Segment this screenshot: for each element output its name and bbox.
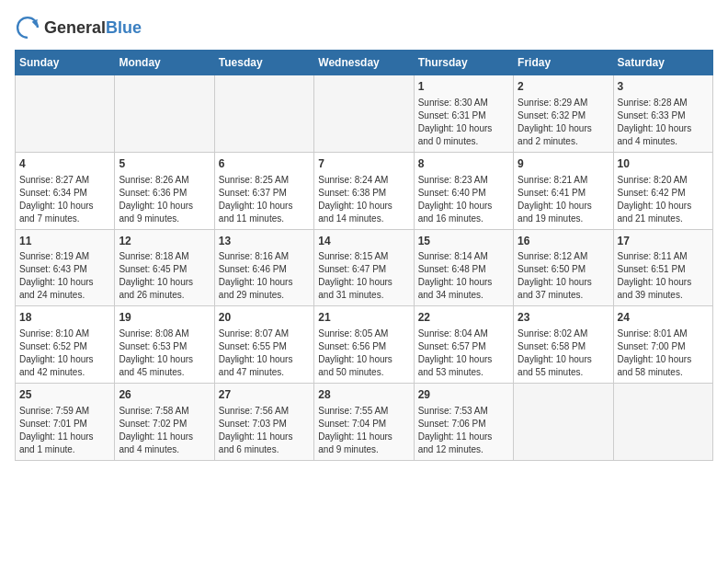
calendar-cell: 27Sunrise: 7:56 AM Sunset: 7:03 PM Dayli… — [214, 384, 313, 461]
calendar-week-row: 25Sunrise: 7:59 AM Sunset: 7:01 PM Dayli… — [16, 384, 713, 461]
day-number: 5 — [119, 156, 210, 172]
day-of-week-header: Thursday — [414, 51, 513, 75]
day-number: 3 — [618, 79, 709, 95]
calendar-cell: 17Sunrise: 8:11 AM Sunset: 6:51 PM Dayli… — [613, 229, 712, 306]
day-number: 9 — [518, 156, 609, 172]
calendar-cell: 13Sunrise: 8:16 AM Sunset: 6:46 PM Dayli… — [214, 229, 313, 306]
day-number: 28 — [318, 387, 409, 403]
day-number: 7 — [318, 156, 409, 172]
day-number: 19 — [119, 310, 210, 326]
day-number: 8 — [418, 156, 509, 172]
calendar-cell: 8Sunrise: 8:23 AM Sunset: 6:40 PM Daylig… — [414, 152, 513, 229]
day-number: 15 — [418, 234, 509, 249]
calendar-week-row: 11Sunrise: 8:19 AM Sunset: 6:43 PM Dayli… — [16, 229, 713, 306]
calendar-cell — [115, 75, 214, 153]
day-info: Sunrise: 8:24 AM Sunset: 6:38 PM Dayligh… — [318, 174, 409, 225]
day-number: 24 — [618, 310, 709, 326]
day-number: 27 — [219, 387, 310, 403]
day-info: Sunrise: 7:56 AM Sunset: 7:03 PM Dayligh… — [219, 405, 310, 456]
day-number: 10 — [618, 156, 709, 172]
day-number: 26 — [119, 387, 210, 403]
calendar-cell: 29Sunrise: 7:53 AM Sunset: 7:06 PM Dayli… — [414, 384, 513, 461]
day-number: 21 — [318, 310, 409, 326]
day-number: 13 — [219, 234, 310, 249]
calendar-cell: 1Sunrise: 8:30 AM Sunset: 6:31 PM Daylig… — [414, 75, 513, 153]
day-info: Sunrise: 8:25 AM Sunset: 6:37 PM Dayligh… — [219, 174, 310, 225]
logo-general: General — [44, 18, 106, 37]
day-of-week-header: Saturday — [613, 51, 712, 75]
calendar-cell: 3Sunrise: 8:28 AM Sunset: 6:33 PM Daylig… — [613, 75, 712, 153]
day-number: 12 — [119, 234, 210, 249]
calendar-cell: 18Sunrise: 8:10 AM Sunset: 6:52 PM Dayli… — [16, 306, 115, 384]
day-of-week-header: Sunday — [16, 51, 115, 75]
day-number: 2 — [518, 79, 609, 95]
day-info: Sunrise: 8:20 AM Sunset: 6:42 PM Dayligh… — [618, 174, 709, 225]
logo: GeneralBlue — [15, 15, 142, 40]
day-info: Sunrise: 7:53 AM Sunset: 7:06 PM Dayligh… — [418, 405, 509, 456]
calendar-cell: 4Sunrise: 8:27 AM Sunset: 6:34 PM Daylig… — [16, 152, 115, 229]
day-number: 17 — [618, 234, 709, 249]
day-number: 11 — [19, 234, 110, 249]
day-info: Sunrise: 8:01 AM Sunset: 7:00 PM Dayligh… — [618, 327, 709, 379]
day-of-week-header: Monday — [115, 51, 214, 75]
day-info: Sunrise: 8:07 AM Sunset: 6:55 PM Dayligh… — [219, 327, 310, 379]
day-info: Sunrise: 7:55 AM Sunset: 7:04 PM Dayligh… — [318, 405, 409, 456]
calendar-cell: 14Sunrise: 8:15 AM Sunset: 6:47 PM Dayli… — [314, 229, 414, 306]
calendar-cell: 19Sunrise: 8:08 AM Sunset: 6:53 PM Dayli… — [115, 306, 214, 384]
calendar-cell: 11Sunrise: 8:19 AM Sunset: 6:43 PM Dayli… — [16, 229, 115, 306]
day-number: 6 — [219, 156, 310, 172]
calendar-cell: 6Sunrise: 8:25 AM Sunset: 6:37 PM Daylig… — [214, 152, 313, 229]
day-info: Sunrise: 8:26 AM Sunset: 6:36 PM Dayligh… — [119, 174, 210, 225]
day-info: Sunrise: 8:10 AM Sunset: 6:52 PM Dayligh… — [19, 327, 110, 379]
calendar-cell — [214, 75, 313, 153]
day-info: Sunrise: 8:27 AM Sunset: 6:34 PM Dayligh… — [19, 174, 110, 225]
calendar-cell: 20Sunrise: 8:07 AM Sunset: 6:55 PM Dayli… — [214, 306, 313, 384]
calendar-cell: 26Sunrise: 7:58 AM Sunset: 7:02 PM Dayli… — [115, 384, 214, 461]
day-info: Sunrise: 8:19 AM Sunset: 6:43 PM Dayligh… — [19, 250, 110, 302]
calendar-week-row: 4Sunrise: 8:27 AM Sunset: 6:34 PM Daylig… — [16, 152, 713, 229]
day-number: 1 — [418, 79, 509, 95]
calendar-cell — [514, 384, 613, 461]
day-info: Sunrise: 8:21 AM Sunset: 6:41 PM Dayligh… — [518, 174, 609, 225]
day-of-week-header: Friday — [514, 51, 613, 75]
day-of-week-header: Tuesday — [214, 51, 313, 75]
day-info: Sunrise: 8:23 AM Sunset: 6:40 PM Dayligh… — [418, 174, 509, 225]
logo-text: GeneralBlue — [44, 18, 142, 38]
day-info: Sunrise: 8:08 AM Sunset: 6:53 PM Dayligh… — [119, 327, 210, 379]
day-number: 25 — [19, 387, 110, 403]
calendar-cell: 23Sunrise: 8:02 AM Sunset: 6:58 PM Dayli… — [514, 306, 613, 384]
day-of-week-header: Wednesday — [314, 51, 414, 75]
calendar-cell — [613, 384, 712, 461]
day-info: Sunrise: 8:30 AM Sunset: 6:31 PM Dayligh… — [418, 97, 509, 148]
day-info: Sunrise: 8:28 AM Sunset: 6:33 PM Dayligh… — [618, 97, 709, 148]
day-info: Sunrise: 8:18 AM Sunset: 6:45 PM Dayligh… — [119, 250, 210, 302]
calendar-cell: 10Sunrise: 8:20 AM Sunset: 6:42 PM Dayli… — [613, 152, 712, 229]
day-number: 18 — [19, 310, 110, 326]
day-info: Sunrise: 8:16 AM Sunset: 6:46 PM Dayligh… — [219, 250, 310, 302]
calendar-cell: 24Sunrise: 8:01 AM Sunset: 7:00 PM Dayli… — [613, 306, 712, 384]
calendar-cell: 15Sunrise: 8:14 AM Sunset: 6:48 PM Dayli… — [414, 229, 513, 306]
calendar-cell: 9Sunrise: 8:21 AM Sunset: 6:41 PM Daylig… — [514, 152, 613, 229]
logo-blue: Blue — [106, 18, 142, 37]
calendar-cell: 28Sunrise: 7:55 AM Sunset: 7:04 PM Dayli… — [314, 384, 414, 461]
day-number: 14 — [318, 234, 409, 249]
day-number: 4 — [19, 156, 110, 172]
calendar-week-row: 1Sunrise: 8:30 AM Sunset: 6:31 PM Daylig… — [16, 75, 713, 153]
day-number: 23 — [518, 310, 609, 326]
day-number: 16 — [518, 234, 609, 249]
calendar-header-row: SundayMondayTuesdayWednesdayThursdayFrid… — [16, 51, 713, 75]
logo-icon — [15, 15, 40, 40]
day-info: Sunrise: 7:58 AM Sunset: 7:02 PM Dayligh… — [119, 405, 210, 456]
calendar-cell: 12Sunrise: 8:18 AM Sunset: 6:45 PM Dayli… — [115, 229, 214, 306]
calendar-cell: 21Sunrise: 8:05 AM Sunset: 6:56 PM Dayli… — [314, 306, 414, 384]
day-info: Sunrise: 8:29 AM Sunset: 6:32 PM Dayligh… — [518, 97, 609, 148]
calendar-week-row: 18Sunrise: 8:10 AM Sunset: 6:52 PM Dayli… — [16, 306, 713, 384]
day-info: Sunrise: 8:05 AM Sunset: 6:56 PM Dayligh… — [318, 327, 409, 379]
calendar-cell — [16, 75, 115, 153]
calendar-cell: 25Sunrise: 7:59 AM Sunset: 7:01 PM Dayli… — [16, 384, 115, 461]
page-header: GeneralBlue — [15, 15, 713, 40]
day-info: Sunrise: 8:12 AM Sunset: 6:50 PM Dayligh… — [518, 250, 609, 302]
calendar-cell: 2Sunrise: 8:29 AM Sunset: 6:32 PM Daylig… — [514, 75, 613, 153]
calendar-cell: 22Sunrise: 8:04 AM Sunset: 6:57 PM Dayli… — [414, 306, 513, 384]
day-number: 20 — [219, 310, 310, 326]
